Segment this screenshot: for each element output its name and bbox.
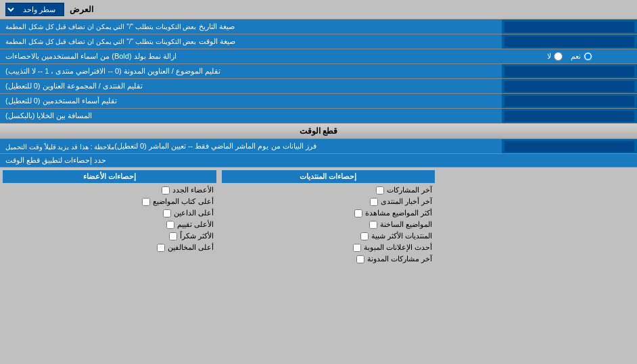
stats-members-title: إحصاءات الأعضاء — [3, 170, 216, 183]
forum-topics-input[interactable]: 33 — [504, 66, 634, 77]
time-format-input-cell: H:i — [502, 34, 637, 49]
date-format-input[interactable]: d-m — [504, 22, 634, 32]
date-format-input-cell: d-m — [502, 20, 637, 34]
realtime-days-input[interactable]: 0 — [504, 141, 634, 152]
list-item: المنتديات الأكثر شبية — [222, 230, 435, 242]
user-names-row: 0 تقليم أسماء المستخدمين (0 للتعطيل) — [0, 94, 637, 109]
forum-topics-input-cell: 33 — [502, 64, 637, 78]
realtime-days-input-cell: 0 — [502, 139, 637, 153]
list-item: أعلى كتاب المواضيع — [3, 196, 216, 207]
cell-distance-input[interactable]: 2 — [504, 111, 634, 122]
list-item: آخر المشاركات — [222, 184, 435, 196]
list-item: الأكثر شكراً — [3, 230, 216, 242]
checkbox-hot-topics[interactable] — [369, 221, 377, 229]
list-item: الأعلى تقييم — [3, 219, 216, 230]
bold-yes-radio[interactable] — [584, 52, 592, 61]
forum-group-row: 33 تقليم الفنتدى / المجموعة العناوين (0 … — [0, 79, 637, 94]
user-names-input-cell: 0 — [502, 94, 637, 108]
stats-members-col: إحصاءات الأعضاء الأعضاء الجدد أعلى كتاب … — [0, 167, 219, 267]
list-item: أعلى المخالفين — [3, 242, 216, 253]
cell-distance-input-cell: 2 — [502, 109, 637, 123]
time-format-input[interactable]: H:i — [504, 36, 634, 47]
checkbox-new-members[interactable] — [162, 186, 170, 194]
list-item: أكثر المواضيع مشاهدة — [222, 207, 435, 219]
bold-yes-label[interactable]: نعم — [571, 52, 592, 61]
bold-removal-options: نعم لا — [502, 49, 637, 63]
list-item: أعلى الداعين — [3, 207, 216, 219]
forum-topics-row: 33 تقليم الموضوع / العناوين المدونة (0 -… — [0, 64, 637, 79]
date-format-row: d-m صيغة التاريخ بعض التكوينات يتطلب "/"… — [0, 20, 637, 34]
time-format-row: H:i صيغة الوقت بعض التكوينات يتطلب "/" ا… — [0, 34, 637, 49]
bold-removal-row: نعم لا ازالة نمط بولد (Bold) من اسماء ال… — [0, 49, 637, 64]
display-mode-row: العرض سطر واحد — [0, 0, 637, 20]
realtime-days-label: فرز البيانات من يوم الماشر الماضي فقط --… — [0, 139, 502, 153]
stats-forum-title: إحصاءات المنتديات — [222, 170, 435, 183]
realtime-section-header: قطع الوقت — [0, 124, 637, 139]
bold-no-label[interactable]: لا — [547, 52, 563, 61]
checkbox-latest-classified[interactable] — [353, 244, 361, 252]
forum-topics-label: تقليم الموضوع / العناوين المدونة (0 -- ا… — [0, 64, 502, 78]
list-item: أحدث الإعلانات المبوبة — [222, 242, 435, 253]
bold-removal-label: ازالة نمط بولد (Bold) من اسماء المستخدمي… — [0, 49, 502, 63]
checkbox-forum-news[interactable] — [370, 198, 378, 206]
checkbox-top-rated[interactable] — [166, 221, 174, 229]
stats-label-col — [438, 167, 637, 267]
forum-group-input-cell: 33 — [502, 79, 637, 93]
list-item: آخر أخبار المنتدى — [222, 196, 435, 207]
stats-header: حدد إحصاءات لتطبيق قطع الوقت — [0, 154, 637, 167]
user-names-label: تقليم أسماء المستخدمين (0 للتعطيل) — [0, 94, 502, 108]
checkbox-most-viewed[interactable] — [354, 209, 362, 217]
checkbox-top-violators[interactable] — [157, 244, 165, 252]
main-container: العرض سطر واحد d-m صيغة التاريخ بعض التك… — [0, 0, 637, 267]
date-format-label: صيغة التاريخ بعض التكوينات يتطلب "/" الت… — [0, 20, 502, 34]
stats-forum-col: إحصاءات المنتديات آخر المشاركات آخر أخبا… — [219, 167, 438, 267]
checkbox-blog-posts[interactable] — [356, 255, 364, 263]
stats-container: إحصاءات المنتديات آخر المشاركات آخر أخبا… — [0, 167, 637, 267]
cell-distance-label: المسافة بين الخلايا (بالبكسل) — [0, 109, 502, 123]
list-item: الأعضاء الجدد — [3, 184, 216, 196]
bold-no-radio[interactable] — [554, 52, 563, 61]
checkbox-top-posters[interactable] — [142, 198, 150, 206]
checkbox-recent-posts[interactable] — [376, 186, 384, 194]
page-title: العرض — [70, 5, 93, 14]
user-names-input[interactable]: 0 — [504, 96, 634, 107]
list-item: المواضيع الساخنة — [222, 219, 435, 230]
time-format-label: صيغة الوقت بعض التكوينات يتطلب "/" التي … — [0, 34, 502, 49]
checkbox-top-referrers[interactable] — [163, 209, 171, 217]
checkbox-most-popular-forums[interactable] — [360, 232, 369, 240]
forum-group-input[interactable]: 33 — [504, 81, 634, 92]
cell-distance-row: 2 المسافة بين الخلايا (بالبكسل) — [0, 109, 637, 124]
checkbox-most-thanked[interactable] — [169, 232, 177, 240]
list-item: آخر مشاركات المدونة — [222, 253, 435, 265]
forum-group-label: تقليم الفنتدى / المجموعة العناوين (0 للت… — [0, 79, 502, 93]
display-mode-select[interactable]: سطر واحد — [5, 3, 64, 16]
realtime-days-row: 0 فرز البيانات من يوم الماشر الماضي فقط … — [0, 139, 637, 154]
